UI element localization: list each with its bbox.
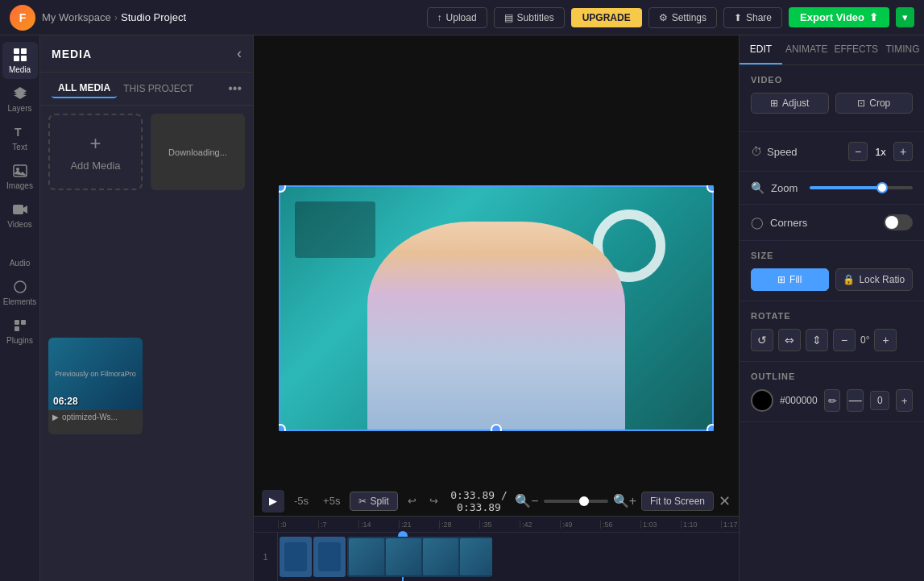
- svg-rect-11: [15, 326, 19, 331]
- upload-button[interactable]: ↑ Upload: [427, 7, 487, 28]
- svg-rect-7: [13, 205, 23, 214]
- play-button[interactable]: ▶: [262, 490, 284, 513]
- sidebar-item-plugins[interactable]: Plugins: [2, 313, 38, 350]
- video-preview-area: ▶ -5s +5s ✂ Split ↩ ↪ 0:33.89 / 0:33.89 …: [254, 35, 739, 581]
- zoom-icon: 🔍: [751, 181, 764, 194]
- tab-effects[interactable]: EFFECTS: [831, 35, 881, 64]
- tab-this-project[interactable]: THIS PROJECT: [117, 80, 200, 98]
- image-icon: [12, 163, 28, 179]
- zoom-slider-row: 🔍 Zoom: [751, 181, 913, 194]
- corners-toggle[interactable]: [884, 214, 913, 230]
- upload-icon: ↑: [437, 12, 442, 23]
- size-section: SIZE ⊞ Fill 🔒 Lock Ratio: [740, 241, 924, 301]
- ruler-mark: :0: [278, 521, 318, 529]
- tab-animate[interactable]: ANIMATE: [782, 35, 831, 64]
- timeline-tracks: 1: [254, 533, 739, 581]
- outline-plus-button[interactable]: +: [896, 389, 913, 412]
- workspace-name[interactable]: My Workspace: [42, 11, 111, 23]
- sidebar-item-images[interactable]: Images: [2, 158, 38, 195]
- video-frame: [279, 185, 714, 431]
- crop-button[interactable]: ⊡ Crop: [835, 93, 914, 114]
- settings-button[interactable]: ⚙ Settings: [648, 7, 717, 28]
- outline-color-swatch[interactable]: [751, 389, 773, 412]
- rotate-section-title: ROTATE: [751, 311, 913, 321]
- svg-text:T: T: [15, 126, 22, 139]
- speed-value: 1x: [872, 146, 889, 158]
- fit-screen-button[interactable]: Fit to Screen: [641, 492, 714, 511]
- zoom-label: Zoom: [771, 182, 803, 194]
- handle-top-right[interactable]: [706, 185, 714, 193]
- track-clip[interactable]: [278, 537, 503, 577]
- corners-toggle-thumb: [885, 216, 898, 229]
- plus-icon: +: [89, 132, 101, 155]
- flip-v-button[interactable]: ⇕: [806, 329, 828, 351]
- zoom-track[interactable]: [544, 500, 608, 503]
- subtitles-button[interactable]: ▤ Subtitles: [494, 7, 565, 28]
- outline-hex-value: #000000: [780, 395, 818, 406]
- app-logo: F: [10, 5, 35, 31]
- tab-timing[interactable]: TIMING: [881, 35, 924, 64]
- sidebar-item-audio[interactable]: Audio: [2, 235, 38, 272]
- zoom-slider-thumb[interactable]: [876, 182, 888, 193]
- share-icon: ⬆: [734, 12, 742, 23]
- adjust-button[interactable]: ⊞ Adjust: [751, 93, 829, 114]
- split-button[interactable]: ✂ Split: [350, 492, 397, 511]
- timeline-close-button[interactable]: ✕: [719, 492, 731, 510]
- person-figure: [367, 222, 625, 431]
- handle-top-left[interactable]: [279, 185, 286, 193]
- skip-back-button[interactable]: -5s: [289, 492, 313, 510]
- timeline-area: ▶ -5s +5s ✂ Split ↩ ↪ 0:33.89 / 0:33.89 …: [254, 486, 739, 581]
- zoom-out-button[interactable]: 🔍−: [515, 493, 538, 508]
- video-thumb: [460, 538, 492, 575]
- timecode: 0:33.89 / 0:33.89: [448, 489, 511, 513]
- ruler-mark: :42: [520, 521, 560, 529]
- upgrade-button[interactable]: UPGRADE: [571, 8, 642, 27]
- play-icon: ▶: [269, 495, 277, 507]
- list-item[interactable]: 06:28 Previously on FilmoraPro ▶ optimiz…: [48, 338, 143, 434]
- speed-row: ⏱ Speed − 1x +: [751, 142, 913, 161]
- sidebar-item-layers[interactable]: Layers: [2, 81, 38, 118]
- media-panel-close-button[interactable]: ‹: [237, 45, 242, 62]
- zoom-thumb[interactable]: [579, 496, 589, 506]
- zoom-slider-fill: [810, 186, 882, 189]
- sidebar-item-elements[interactable]: Elements: [2, 274, 38, 311]
- media-more-button[interactable]: •••: [228, 81, 242, 96]
- clip-thumb: [318, 542, 341, 571]
- duration-overlay: 06:28: [53, 396, 78, 407]
- sidebar-item-text[interactable]: T Text: [2, 119, 38, 156]
- zoom-slider-track[interactable]: [810, 186, 913, 189]
- outline-num-value: 0: [870, 391, 889, 410]
- clip-segment: [280, 537, 312, 577]
- lock-ratio-button[interactable]: 🔒 Lock Ratio: [835, 268, 914, 291]
- flip-h-button[interactable]: ⇔: [778, 329, 801, 351]
- fill-button[interactable]: ⊞ Fill: [751, 268, 829, 291]
- undo-button[interactable]: ↩: [403, 492, 421, 510]
- tab-all-media[interactable]: ALL MEDIA: [52, 79, 117, 98]
- rotate-ccw-button[interactable]: ↺: [751, 329, 773, 351]
- export-button[interactable]: Export Video ⬆: [789, 7, 889, 27]
- rotate-plus-button[interactable]: +: [874, 329, 897, 351]
- export-icon: ⬆: [869, 11, 878, 23]
- list-item[interactable]: Downloading... ▶ EbwUnvQs: [151, 114, 245, 190]
- rotate-degree: 0°: [860, 334, 869, 346]
- speed-icon: ⏱: [751, 145, 762, 158]
- sidebar-item-videos[interactable]: Videos: [2, 197, 38, 234]
- svg-rect-10: [21, 320, 26, 325]
- outline-dash-button[interactable]: —: [847, 389, 864, 412]
- media-thumb: 06:28 Previously on FilmoraPro: [48, 338, 143, 410]
- skip-forward-button[interactable]: +5s: [318, 492, 345, 510]
- grid-icon: [12, 47, 28, 63]
- share-button[interactable]: ⬆ Share: [723, 7, 782, 28]
- speed-plus-button[interactable]: +: [893, 142, 913, 161]
- tab-edit[interactable]: EDIT: [740, 35, 782, 64]
- project-name[interactable]: Studio Project: [121, 11, 186, 23]
- downloading-label: Downloading...: [168, 147, 227, 157]
- add-media-button[interactable]: + Add Media: [48, 114, 143, 190]
- export-dropdown-button[interactable]: ▾: [896, 7, 914, 27]
- speed-minus-button[interactable]: −: [848, 142, 868, 161]
- sidebar-item-media[interactable]: Media: [2, 42, 38, 79]
- zoom-in-button[interactable]: 🔍+: [613, 493, 636, 508]
- rotate-minus-button[interactable]: −: [833, 329, 856, 351]
- outline-pencil-button[interactable]: ✏: [824, 389, 841, 412]
- redo-button[interactable]: ↪: [425, 492, 443, 510]
